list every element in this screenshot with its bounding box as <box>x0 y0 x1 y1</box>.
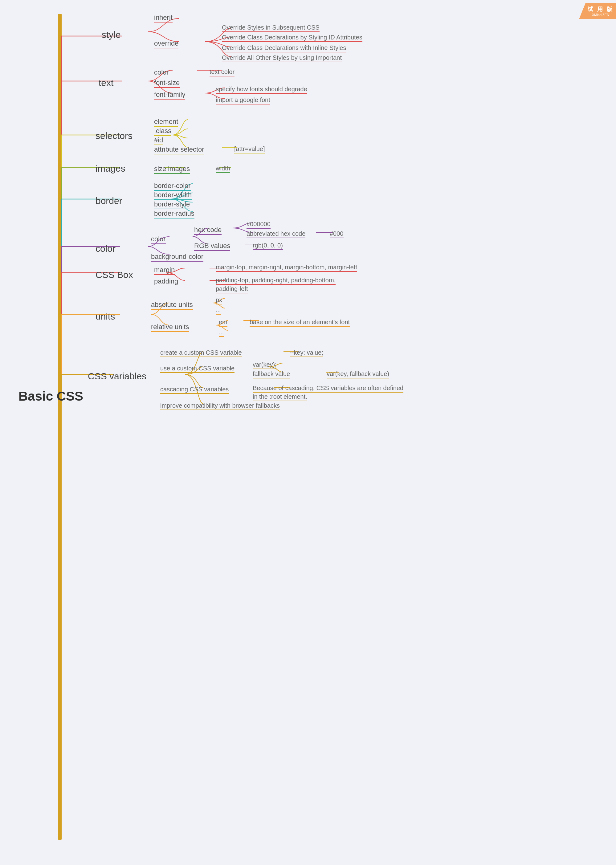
bg-color-node: background-color <box>151 253 203 261</box>
style-node: style <box>102 30 121 40</box>
override-label: override <box>154 39 178 49</box>
root-node: Basic CSS <box>19 389 83 404</box>
mind-map-lines <box>0 0 616 865</box>
mind-map: 试 用 版 XMind:ZEN <box>0 0 616 865</box>
hex-000: #000 <box>330 230 344 237</box>
element-node: element <box>154 118 178 126</box>
cascading-node: cascading CSS variables <box>160 386 229 393</box>
width-leaf: width <box>216 165 230 172</box>
google-font: import a google font <box>216 96 270 104</box>
text-node: text <box>99 78 113 88</box>
border-width-node: border-width <box>154 191 192 199</box>
var-key-leaf: var(key); <box>253 361 277 368</box>
override-child-2: Override Class Declarations by Styling I… <box>222 34 362 41</box>
cascading-leaf: Because of cascading, CSS variables are … <box>253 384 407 401</box>
hex-000000: #000000 <box>247 221 270 228</box>
em-leaf: base on the size of an element's font <box>250 319 350 326</box>
em-node: em <box>219 319 228 326</box>
trial-cn: 试 用 版 <box>585 6 616 13</box>
override-child-4: Override All Other Styles by using Impor… <box>222 54 342 61</box>
images-node: images <box>96 163 126 174</box>
fallback-value-node: fallback value <box>253 370 290 377</box>
border-radius-node: border-radius <box>154 210 195 218</box>
size-images-node: size images <box>154 165 190 173</box>
trial-badge: 试 用 版 XMind:ZEN <box>579 0 616 25</box>
padding-leaf: padding-top, padding-right, padding-bott… <box>216 276 339 293</box>
abbr-hex-node: abbreviated hex code <box>247 230 305 237</box>
margin-leaf: margin-top, margin-right, margin-bottom,… <box>216 264 357 271</box>
text-color-leaf: text color <box>209 68 234 75</box>
attr-value-leaf: [attr=value] <box>234 146 265 152</box>
border-color-node: border-color <box>154 182 191 190</box>
create-variable-node: create a custom CSS variable <box>160 349 242 356</box>
font-size-node: font-size <box>154 79 180 87</box>
border-node: border <box>96 196 123 206</box>
key-value-leaf: --key: value; <box>290 349 323 356</box>
override-child-1: Override Styles in Subsequent CSS <box>222 24 319 31</box>
class-node: .class <box>154 127 171 135</box>
rgb-node: RGB values <box>194 242 230 250</box>
rgb-values: rgb(0, 0, 0) <box>253 242 283 249</box>
abs-dots: ... <box>216 307 221 314</box>
font-degrade: specify how fonts should degrade <box>216 86 307 93</box>
inherit-label: inherit <box>154 14 173 22</box>
color-node: color <box>96 243 116 254</box>
absolute-units-node: absolute units <box>151 301 193 309</box>
inherit-node: inherit <box>154 14 173 22</box>
hex-code-node: hex code <box>194 226 222 234</box>
var-fallback-leaf: var(key, fallback value) <box>327 370 389 377</box>
relative-units-node: relative units <box>151 323 189 331</box>
px-node: px <box>216 297 222 303</box>
units-node: units <box>96 311 115 322</box>
improve-compat-node: improve compatibility with browser fallb… <box>160 402 280 409</box>
trial-en: XMind:ZEN <box>585 13 616 17</box>
override-child-3: Override Class Declarations with Inline … <box>222 44 346 52</box>
attr-selector-node: attribute selector <box>154 146 204 154</box>
rel-dots: ... <box>219 329 224 336</box>
override-node: override <box>154 39 178 47</box>
selectors-node: selectors <box>96 131 132 141</box>
font-family-node: font-family <box>154 91 185 99</box>
cssbox-node: CSS Box <box>96 270 133 280</box>
use-variable-node: use a custom CSS variable <box>160 365 234 372</box>
id-node: #id <box>154 136 163 144</box>
border-style-node: border-style <box>154 200 190 208</box>
text-color-node: color <box>154 68 169 77</box>
padding-node: padding <box>154 277 178 285</box>
svg-rect-0 <box>58 14 61 840</box>
cssvariables-node: CSS variables <box>88 371 146 381</box>
margin-node: margin <box>154 266 175 274</box>
color-sub-node: color <box>151 235 166 243</box>
